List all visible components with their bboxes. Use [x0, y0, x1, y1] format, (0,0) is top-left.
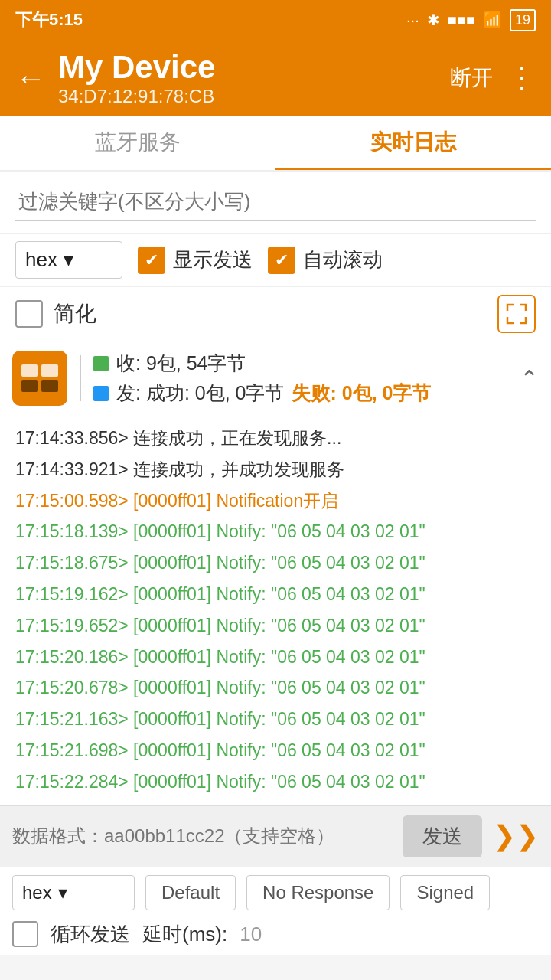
battery-indicator: 19 [510, 9, 536, 31]
log-entry: 17:14:33.921> 连接成功，并成功发现服务 [15, 454, 536, 485]
collapse-button[interactable]: ⌃ [520, 365, 539, 392]
disconnect-button[interactable]: 断开 [450, 64, 493, 93]
stats-divider [80, 355, 81, 401]
log-area: 17:14:33.856> 连接成功，正在发现服务...17:14:33.921… [0, 415, 551, 805]
controls-row: hex ▾ ✔ 显示发送 ✔ 自动滚动 [0, 233, 551, 286]
format-select-value: hex [25, 248, 57, 272]
stats-icon-block-2 [41, 364, 58, 377]
log-entry: 17:15:00.598> [0000ff01] Notification开启 [15, 485, 536, 517]
type-signed-button[interactable]: Signed [400, 875, 490, 910]
bottom-controls-row2: 循环发送 延时(ms): 10 [12, 921, 539, 948]
log-entry: 17:15:19.652> [0000ff01] Notify: "06 05 … [15, 610, 536, 642]
auto-scroll-checkbox-label[interactable]: ✔ 自动滚动 [268, 247, 383, 274]
loop-send-label: 循环发送 [51, 921, 130, 948]
format-select-chevron: ▾ [64, 248, 73, 272]
bottom-controls: hex ▾ Default No Response Signed 循环发送 延时… [0, 867, 551, 956]
show-send-checkbox-label[interactable]: ✔ 显示发送 [138, 247, 253, 274]
signal-bars-icon: ■■■ [448, 11, 475, 29]
stats-icon-row-bottom [21, 380, 58, 392]
bottom-format-select[interactable]: hex ▾ [12, 875, 135, 910]
tab-bluetooth-services[interactable]: 蓝牙服务 [0, 116, 276, 170]
tab-realtime-log[interactable]: 实时日志 [276, 116, 551, 170]
stats-icon-row-top [21, 364, 58, 377]
show-send-checkbox[interactable]: ✔ [138, 247, 165, 274]
back-button[interactable]: ← [15, 61, 46, 96]
bottom-format-value: hex [22, 882, 52, 903]
simplify-checkbox[interactable] [15, 300, 43, 328]
stats-icon-block-3 [21, 380, 38, 392]
stats-icon [12, 351, 67, 406]
stats-text: 收: 9包, 54字节 发: 成功: 0包, 0字节 失败: 0包, 0字节 [93, 351, 507, 406]
signal-dots-icon: ··· [406, 11, 419, 29]
bottom-controls-row1: hex ▾ Default No Response Signed [12, 875, 539, 910]
stats-recv-row: 收: 9包, 54字节 [93, 351, 507, 376]
format-select[interactable]: hex ▾ [15, 241, 122, 279]
log-entry: 17:14:33.856> 连接成功，正在发现服务... [15, 423, 536, 454]
log-entry: 17:15:18.139> [0000ff01] Notify: "06 05 … [15, 516, 536, 547]
simplify-left: 简化 [15, 299, 96, 328]
stats-icon-block-4 [41, 380, 58, 392]
loop-send-checkbox[interactable] [12, 921, 38, 947]
expand-button[interactable]: ❯❯ [493, 820, 539, 852]
header: ← My Device 34:D7:12:91:78:CB 断开 ⋮ [0, 40, 551, 116]
header-title-block: My Device 34:D7:12:91:78:CB [58, 49, 450, 107]
delay-value: 10 [240, 923, 262, 946]
bluetooth-icon: ✱ [427, 11, 440, 29]
show-send-label: 显示发送 [173, 247, 253, 273]
log-entry: 17:15:22.284> [0000ff01] Notify: "06 05 … [15, 766, 536, 798]
wifi-icon: 📶 [483, 11, 502, 29]
header-actions: 断开 ⋮ [450, 62, 536, 94]
stats-icon-block-1 [21, 364, 38, 377]
simplify-label: 简化 [54, 299, 96, 328]
status-bar: 下午5:15 ··· ✱ ■■■ 📶 19 [0, 0, 551, 40]
log-entry: 17:15:18.675> [0000ff01] Notify: "06 05 … [15, 547, 536, 579]
filter-input[interactable] [15, 184, 536, 220]
fullscreen-button[interactable] [497, 295, 536, 333]
log-entry: 17:15:20.186> [0000ff01] Notify: "06 05 … [15, 642, 536, 673]
send-dot [93, 386, 109, 401]
log-entry: 17:15:21.163> [0000ff01] Notify: "06 05 … [15, 704, 536, 735]
status-time: 下午5:15 [15, 8, 83, 31]
simplify-row: 简化 [0, 286, 551, 341]
stats-send-row: 发: 成功: 0包, 0字节 失败: 0包, 0字节 [93, 381, 507, 406]
delay-label: 延时(ms): [142, 921, 227, 948]
log-entry: 17:15:20.678> [0000ff01] Notify: "06 05 … [15, 672, 536, 704]
send-bar: 发送 ❯❯ [0, 805, 551, 867]
recv-dot [93, 356, 109, 371]
type-no-response-button[interactable]: No Response [246, 875, 390, 910]
send-button[interactable]: 发送 [403, 815, 482, 858]
send-success-text: 发: 成功: 0包, 0字节 [116, 381, 284, 406]
tab-bar: 蓝牙服务 实时日志 [0, 116, 551, 172]
menu-button[interactable]: ⋮ [508, 62, 536, 94]
filter-section [0, 172, 551, 233]
log-entry: 17:15:19.162> [0000ff01] Notify: "06 05 … [15, 579, 536, 610]
auto-scroll-checkbox[interactable]: ✔ [268, 247, 295, 274]
status-icons: ··· ✱ ■■■ 📶 19 [406, 9, 536, 31]
recv-text: 收: 9包, 54字节 [116, 351, 246, 376]
send-input[interactable] [12, 825, 392, 847]
stats-bar: 收: 9包, 54字节 发: 成功: 0包, 0字节 失败: 0包, 0字节 ⌃ [0, 341, 551, 415]
device-title: My Device [58, 49, 450, 86]
device-address: 34:D7:12:91:78:CB [58, 86, 450, 107]
bottom-format-chevron: ▾ [58, 882, 67, 903]
log-entry: 17:15:21.698> [0000ff01] Notify: "06 05 … [15, 735, 536, 766]
type-default-button[interactable]: Default [145, 875, 236, 910]
auto-scroll-label: 自动滚动 [303, 247, 383, 273]
send-fail-text: 失败: 0包, 0字节 [292, 381, 431, 406]
